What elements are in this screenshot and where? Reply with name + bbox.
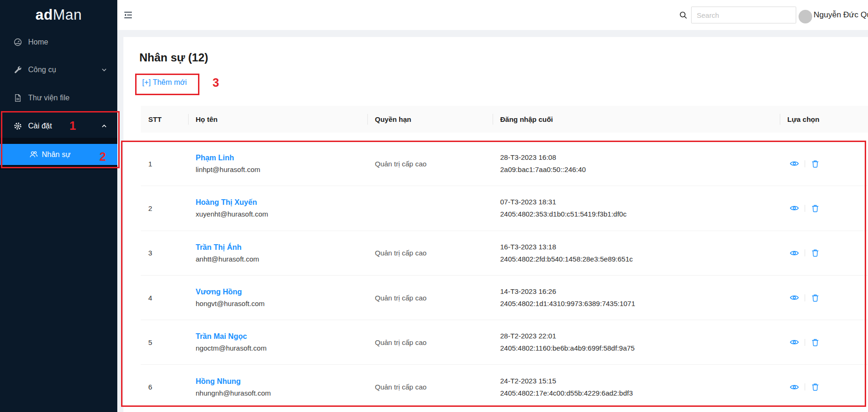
personnel-table: STT Họ tên Quyền hạn Đăng nhập cuối Lựa … xyxy=(141,106,868,409)
avatar[interactable] xyxy=(799,10,812,23)
cell-name: Trần Mai Ngọc ngoctm@hurasoft.com xyxy=(188,332,367,352)
column-header-role: Quyền hạn xyxy=(367,106,493,133)
trash-icon xyxy=(811,338,820,347)
sidebar-item-file-library[interactable]: Thư viện file xyxy=(0,86,117,110)
view-button[interactable] xyxy=(790,337,799,347)
cell-role: Quản trị cấp cao xyxy=(367,338,493,346)
cell-stt: 5 xyxy=(141,338,188,346)
delete-button[interactable] xyxy=(811,382,820,392)
eye-icon xyxy=(790,293,799,302)
content-card: Nhân sự (12) [+] Thêm mới STT Họ tên Quy… xyxy=(123,37,868,412)
table-header-row: STT Họ tên Quyền hạn Đăng nhập cuối Lựa … xyxy=(141,106,868,133)
page-title: Nhân sự (12) xyxy=(139,51,208,64)
person-email: xuyenht@hurasoft.com xyxy=(196,210,367,218)
table-body: 1 Phạm Linh linhpt@hurasoft.com Quản trị… xyxy=(141,142,868,409)
last-login-time: 16-T3-2023 13:18 xyxy=(500,241,780,253)
trash-icon xyxy=(811,293,820,302)
person-name-link[interactable]: Vương Hồng xyxy=(196,288,242,296)
cell-actions xyxy=(780,159,868,168)
file-icon xyxy=(14,94,22,102)
view-button[interactable] xyxy=(790,203,799,213)
action-divider xyxy=(805,205,805,212)
last-login-ip: 2a09:bac1:7aa0:50::246:40 xyxy=(500,164,780,176)
action-divider xyxy=(805,339,805,346)
table-row: 6 Hồng Nhung nhungnh@hurasoft.com Quản t… xyxy=(141,365,868,409)
delete-button[interactable] xyxy=(811,337,820,347)
cell-actions xyxy=(780,293,868,302)
menu-fold-icon[interactable] xyxy=(123,10,133,20)
sidebar: adMan Home Công cụ Thư viện file xyxy=(0,0,117,412)
action-divider xyxy=(805,383,805,390)
person-email: anhtt@hurasoft.com xyxy=(196,255,367,263)
sidebar-item-label: Nhân sự xyxy=(42,150,70,159)
action-divider xyxy=(805,160,805,167)
eye-icon xyxy=(790,248,799,258)
cell-actions xyxy=(780,382,868,392)
cell-role: Quản trị cấp cao xyxy=(367,294,493,302)
last-login-ip: 2405:4802:2fd:b540:1458:28e3:5e89:651c xyxy=(500,253,780,265)
gear-icon xyxy=(14,122,22,130)
last-login-time: 28-T2-2023 22:01 xyxy=(500,330,780,342)
add-new-button[interactable]: [+] Thêm mới xyxy=(142,78,187,87)
wrench-icon xyxy=(14,66,22,74)
cell-name: Phạm Linh linhpt@hurasoft.com xyxy=(188,154,367,173)
person-name-link[interactable]: Phạm Linh xyxy=(196,154,234,162)
person-name-link[interactable]: Hoàng Thị Xuyến xyxy=(196,198,257,207)
trash-icon xyxy=(811,159,820,168)
eye-icon xyxy=(790,159,799,168)
person-email: hongvt@hurasoft.com xyxy=(196,300,367,307)
last-login-ip: 2405:4802:353:d1b0:c51:5419:f3b1:df0c xyxy=(500,208,780,220)
search-input[interactable] xyxy=(691,7,796,23)
last-login-time: 14-T3-2023 16:26 xyxy=(500,285,780,298)
last-login-ip: 2405:4802:1d1:4310:9973:6389:7435:1071 xyxy=(500,298,780,310)
column-header-lastlogin: Đăng nhập cuối xyxy=(493,106,780,133)
cell-last-login: 28-T3-2023 16:08 2a09:bac1:7aa0:50::246:… xyxy=(493,151,780,176)
delete-button[interactable] xyxy=(811,293,820,302)
column-header-name: Họ tên xyxy=(188,106,367,133)
cell-role: Quản trị cấp cao xyxy=(367,160,493,168)
cell-role: Quản trị cấp cao xyxy=(367,383,493,391)
cell-last-login: 28-T2-2023 22:01 2405:4802:1160:be6b:a4b… xyxy=(493,330,780,354)
view-button[interactable] xyxy=(790,159,799,168)
table-row: 2 Hoàng Thị Xuyến xuyenht@hurasoft.com 0… xyxy=(141,186,868,231)
last-login-time: 07-T3-2023 18:31 xyxy=(500,196,780,208)
person-name-link[interactable]: Hồng Nhung xyxy=(196,377,241,386)
person-email: linhpt@hurasoft.com xyxy=(196,165,367,173)
person-name-link[interactable]: Trần Thị Ánh xyxy=(196,243,242,252)
settings-submenu: Nhân sự xyxy=(0,138,117,170)
person-name-link[interactable]: Trần Mai Ngọc xyxy=(196,332,247,341)
sidebar-item-label: Công cụ xyxy=(28,66,56,74)
cell-name: Hồng Nhung nhungnh@hurasoft.com xyxy=(188,377,367,397)
eye-icon xyxy=(790,337,799,347)
cell-actions xyxy=(780,203,868,213)
cell-name: Hoàng Thị Xuyến xuyenht@hurasoft.com xyxy=(188,198,367,218)
table-row: 3 Trần Thị Ánh anhtt@hurasoft.com Quản t… xyxy=(141,231,868,276)
cell-actions xyxy=(780,248,868,258)
person-email: ngoctm@hurasoft.com xyxy=(196,344,367,352)
table-row: 1 Phạm Linh linhpt@hurasoft.com Quản trị… xyxy=(141,142,868,186)
sidebar-item-settings[interactable]: Cài đặt xyxy=(0,114,117,138)
sidebar-item-tools[interactable]: Công cụ xyxy=(0,58,117,82)
cell-stt: 2 xyxy=(141,204,188,212)
column-header-stt: STT xyxy=(141,106,188,133)
cell-stt: 6 xyxy=(141,383,188,391)
sidebar-item-personnel[interactable]: Nhân sự xyxy=(0,144,117,165)
cell-last-login: 07-T3-2023 18:31 2405:4802:353:d1b0:c51:… xyxy=(493,196,780,220)
delete-button[interactable] xyxy=(811,159,820,168)
username[interactable]: Nguyễn Đức Qu xyxy=(814,0,868,30)
last-login-ip: 2405:4802:17e:4c00:d55b:4229:6ad2:bdf3 xyxy=(500,387,780,399)
column-header-actions: Lựa chọn xyxy=(780,106,868,133)
sidebar-item-home[interactable]: Home xyxy=(0,30,117,54)
table-row: 4 Vương Hồng hongvt@hurasoft.com Quản tr… xyxy=(141,276,868,320)
delete-button[interactable] xyxy=(811,248,820,258)
view-button[interactable] xyxy=(790,382,799,392)
cell-name: Trần Thị Ánh anhtt@hurasoft.com xyxy=(188,243,367,263)
logo-bold-part: ad xyxy=(36,7,53,23)
eye-icon xyxy=(790,382,799,392)
last-login-time: 28-T3-2023 16:08 xyxy=(500,151,780,164)
eye-icon xyxy=(790,203,799,213)
view-button[interactable] xyxy=(790,293,799,302)
delete-button[interactable] xyxy=(811,203,820,213)
view-button[interactable] xyxy=(790,248,799,258)
cell-name: Vương Hồng hongvt@hurasoft.com xyxy=(188,288,367,307)
